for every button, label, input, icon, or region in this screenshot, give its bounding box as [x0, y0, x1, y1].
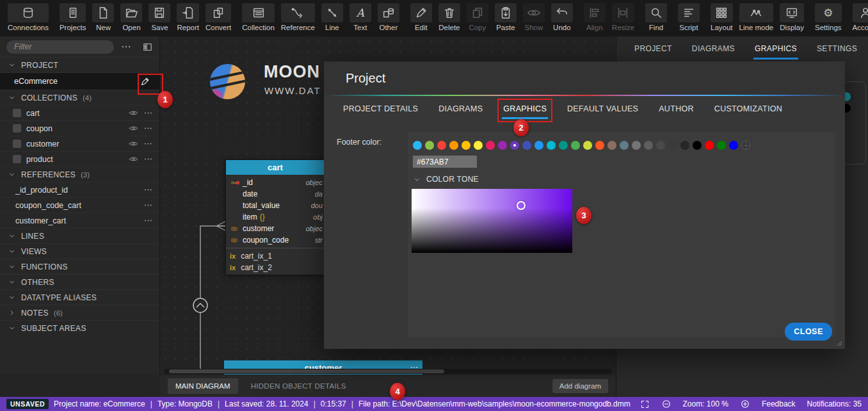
color-swatch[interactable] [729, 141, 738, 150]
color-swatch[interactable] [571, 141, 580, 150]
color-tone-gradient-picker[interactable] [412, 189, 572, 253]
section-project[interactable]: PROJECT [0, 57, 159, 72]
row-menu-dots-icon[interactable] [143, 124, 153, 133]
tab-hidden-object-details[interactable]: HIDDEN OBJECT DETAILS [251, 382, 346, 390]
color-swatch[interactable] [741, 141, 750, 150]
collection-color-box[interactable] [13, 140, 21, 148]
line-mode-button[interactable]: Line mode [737, 3, 776, 36]
field-row-customer[interactable]: customer objec [226, 223, 325, 234]
collection-row[interactable]: product [0, 151, 159, 166]
color-swatch[interactable] [705, 141, 714, 150]
color-swatch[interactable] [413, 141, 422, 150]
projects-button[interactable]: Projects [57, 3, 89, 36]
color-swatch[interactable] [474, 141, 483, 150]
connections-button[interactable]: Connections [5, 3, 51, 36]
field-row-id[interactable]: _id objec [226, 177, 325, 188]
resize-button[interactable]: Resize [609, 3, 637, 36]
report-button[interactable]: Report [174, 3, 202, 36]
open-button[interactable]: Open [118, 3, 145, 36]
reference-row[interactable]: customer_cart [0, 213, 159, 228]
panel-tab-graphics[interactable]: GRAPHICS [753, 38, 798, 60]
more-options-icon[interactable] [120, 41, 132, 52]
modal-resize-handle[interactable] [835, 339, 843, 347]
index-row[interactable]: ix cart_ix_2 [226, 262, 325, 273]
reference-row[interactable]: _id_product_id [0, 182, 159, 197]
color-swatch[interactable] [680, 141, 689, 150]
other-button[interactable]: Other [375, 3, 402, 36]
panel-toggle-icon[interactable] [142, 42, 153, 52]
account-button[interactable]: Account [850, 3, 868, 36]
script-button[interactable]: Script [675, 3, 702, 36]
filter-input[interactable] [6, 40, 114, 54]
modal-tab-diagrams[interactable]: DIAGRAMS [437, 96, 484, 119]
color-swatch[interactable] [522, 141, 531, 150]
zoom-out-icon[interactable] [661, 399, 671, 409]
paste-button[interactable]: Paste [492, 3, 519, 36]
color-swatch[interactable] [510, 141, 519, 150]
align-button[interactable]: Align [581, 3, 608, 36]
scrollbar-thumb[interactable] [169, 369, 444, 373]
save-button[interactable]: Save [146, 3, 173, 36]
section-subject-areas[interactable]: SUBJECT AREAS [0, 320, 159, 335]
color-swatch[interactable] [437, 141, 446, 150]
collection-color-box[interactable] [13, 155, 21, 163]
edit-button[interactable]: Edit [408, 3, 435, 36]
close-button[interactable]: CLOSE [785, 323, 832, 341]
collection-color-box[interactable] [13, 124, 21, 133]
modal-tab-project-details[interactable]: PROJECT DETAILS [342, 96, 419, 119]
row-menu-dots-icon[interactable] [143, 185, 153, 195]
collection-row[interactable]: coupon [0, 120, 159, 136]
reference-row[interactable]: coupon_code_cart [0, 197, 159, 213]
zoom-in-icon[interactable] [740, 399, 750, 409]
color-swatch[interactable] [547, 141, 556, 150]
find-button[interactable]: Find [643, 3, 670, 36]
color-swatch[interactable] [595, 141, 604, 150]
new-button[interactable]: New [90, 3, 117, 36]
color-swatch[interactable] [717, 141, 726, 150]
row-menu-dots-icon[interactable] [143, 200, 153, 210]
color-swatch[interactable] [668, 141, 677, 150]
feedback-link[interactable]: Feedback [762, 399, 796, 408]
color-swatch[interactable] [462, 141, 470, 150]
add-diagram-button[interactable]: Add diagram [552, 379, 608, 393]
collection-row[interactable]: cart [0, 105, 159, 120]
collection-button[interactable]: Collection [239, 3, 277, 36]
color-swatch[interactable] [644, 141, 653, 150]
row-menu-dots-icon[interactable] [143, 154, 153, 164]
color-swatch[interactable] [620, 141, 629, 150]
panel-tab-diagrams[interactable]: DIAGRAMS [691, 38, 736, 60]
section-notes[interactable]: NOTES(6) [0, 305, 159, 320]
tab-main-diagram[interactable]: MAIN DIAGRAM [168, 378, 238, 394]
delete-button[interactable]: Delete [436, 3, 463, 36]
modal-tab-customization[interactable]: CUSTOMIZATION [713, 96, 784, 119]
gradient-picker-marker[interactable] [517, 201, 526, 210]
copy-button[interactable]: Copy [464, 3, 491, 36]
cart-collection-table[interactable]: cart _id objec date da total_value dou i… [225, 159, 325, 275]
color-swatch[interactable] [607, 141, 616, 150]
color-swatch[interactable] [559, 141, 568, 150]
section-views[interactable]: VIEWS [0, 243, 159, 259]
visibility-eye-icon[interactable] [129, 108, 138, 118]
visibility-eye-icon[interactable] [129, 124, 138, 133]
field-row-total-value[interactable]: total_value dou [226, 200, 325, 211]
color-swatch[interactable] [583, 141, 592, 150]
hex-color-input[interactable] [413, 156, 477, 168]
color-swatch[interactable] [693, 141, 702, 150]
color-swatch[interactable] [632, 141, 641, 150]
reference-button[interactable]: Reference [278, 3, 317, 36]
color-tone-toggle[interactable]: COLOR TONE [413, 175, 479, 184]
row-menu-dots-icon[interactable] [143, 108, 153, 118]
section-datatype-aliases[interactable]: DATATYPE ALIASES [0, 289, 159, 305]
layout-button[interactable]: Layout [708, 3, 735, 36]
sidebar-item-ecommerce[interactable]: eCommerce [0, 72, 159, 90]
panel-tab-project[interactable]: PROJECT [633, 38, 673, 60]
line-button[interactable]: Line [319, 3, 346, 36]
color-swatch[interactable] [656, 141, 665, 150]
visibility-eye-icon[interactable] [129, 154, 138, 164]
color-swatch[interactable] [498, 141, 507, 150]
modal-tab-default-values[interactable]: DEFAULT VALUES [566, 96, 639, 119]
notifications-link[interactable]: Notifications: 35 [807, 399, 862, 408]
color-swatch[interactable] [449, 141, 458, 150]
show-button[interactable]: Show [520, 3, 547, 36]
convert-button[interactable]: Convert [203, 3, 234, 36]
